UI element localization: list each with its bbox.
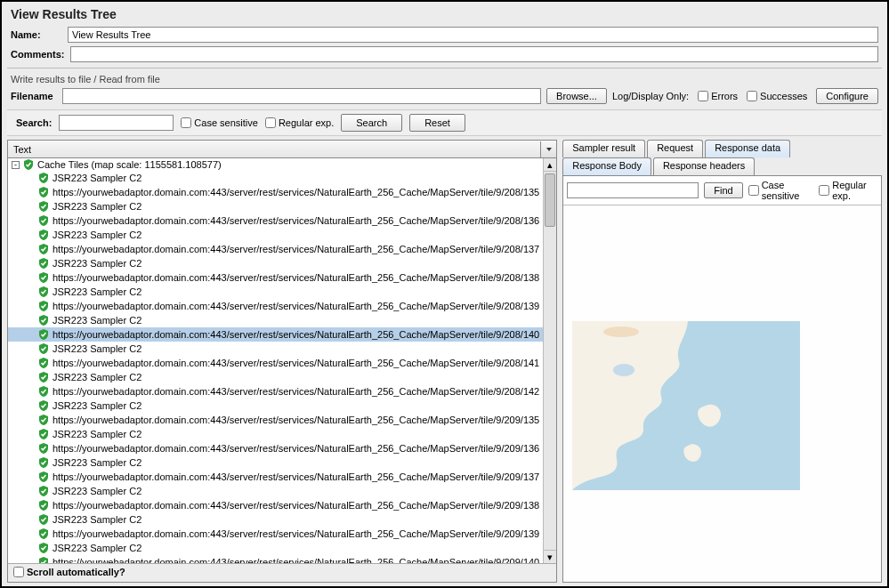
panel-title: View Results Tree: [2, 2, 887, 25]
tab-response-headers[interactable]: Response headers: [653, 157, 755, 175]
response-pane: Sampler result Request Response data Res…: [562, 140, 882, 583]
tree-node[interactable]: JSR223 Sampler C2: [8, 285, 543, 299]
results-tree-pane: Text - Cache Tiles (map scale: 1155581.1…: [7, 140, 557, 583]
tree-node[interactable]: JSR223 Sampler C2: [8, 342, 543, 356]
shield-check-icon: [38, 187, 49, 197]
shield-check-icon: [38, 415, 49, 425]
shield-check-icon: [38, 486, 49, 496]
tree-node-label: JSR223 Sampler C2: [53, 286, 141, 297]
tree-root[interactable]: - Cache Tiles (map scale: 1155581.108577…: [8, 158, 543, 171]
tree-node[interactable]: https://yourwebadaptor.domain.com:443/se…: [8, 270, 543, 285]
shield-check-icon: [38, 543, 49, 553]
shield-check-icon: [38, 272, 49, 283]
collapse-icon[interactable]: -: [12, 161, 20, 169]
errors-checkbox[interactable]: Errors: [698, 91, 738, 101]
scroll-down-icon[interactable]: ▾: [544, 550, 556, 563]
name-field[interactable]: [68, 27, 878, 43]
shield-check-icon: [38, 457, 49, 468]
shield-check-icon: [38, 528, 49, 539]
tab-response-data[interactable]: Response data: [705, 140, 790, 157]
tree-node[interactable]: https://yourwebadaptor.domain.com:443/se…: [8, 185, 543, 199]
tree-node[interactable]: JSR223 Sampler C2: [8, 541, 543, 555]
filename-label: Filename: [11, 91, 57, 101]
tree-node[interactable]: https://yourwebadaptor.domain.com:443/se…: [8, 441, 543, 455]
shield-check-icon: [38, 500, 49, 511]
tree-node-label: JSR223 Sampler C2: [53, 457, 141, 468]
tree-node[interactable]: JSR223 Sampler C2: [8, 484, 543, 498]
shield-check-icon: [38, 201, 49, 212]
configure-button[interactable]: Configure: [816, 88, 878, 104]
shield-check-icon: [38, 358, 49, 368]
search-input[interactable]: [59, 115, 174, 131]
renderer-dropdown[interactable]: [540, 141, 556, 157]
shield-check-icon: [38, 557, 49, 563]
scrollbar-thumb[interactable]: [545, 173, 555, 227]
successes-checkbox[interactable]: Successes: [747, 91, 807, 101]
find-input[interactable]: [567, 182, 699, 198]
tree-node[interactable]: https://yourwebadaptor.domain.com:443/se…: [8, 527, 543, 541]
shield-check-icon: [38, 258, 49, 269]
tree-node[interactable]: JSR223 Sampler C2: [8, 455, 543, 470]
tab-response-body[interactable]: Response Body: [562, 157, 651, 175]
tree-node-label: https://yourwebadaptor.domain.com:443/se…: [53, 272, 539, 283]
shield-check-icon: [38, 173, 49, 183]
tree-node[interactable]: https://yourwebadaptor.domain.com:443/se…: [8, 555, 543, 563]
tree-node[interactable]: https://yourwebadaptor.domain.com:443/se…: [8, 327, 543, 342]
tree-node-label: JSR223 Sampler C2: [53, 258, 141, 269]
tree-node-label: https://yourwebadaptor.domain.com:443/se…: [53, 215, 539, 226]
tree-node-label: https://yourwebadaptor.domain.com:443/se…: [53, 301, 539, 311]
tree-node[interactable]: https://yourwebadaptor.domain.com:443/se…: [8, 356, 543, 370]
filename-field[interactable]: [62, 88, 541, 104]
tree-node-label: JSR223 Sampler C2: [53, 201, 141, 212]
tree-node[interactable]: JSR223 Sampler C2: [8, 199, 543, 213]
search-button[interactable]: Search: [341, 114, 402, 132]
comments-field[interactable]: [70, 46, 878, 62]
tree-node[interactable]: https://yourwebadaptor.domain.com:443/se…: [8, 470, 543, 484]
scroll-auto-checkbox[interactable]: Scroll automatically?: [13, 567, 125, 577]
svg-point-2: [613, 364, 634, 376]
find-button[interactable]: Find: [704, 182, 742, 198]
tree-node-label: https://yourwebadaptor.domain.com:443/se…: [53, 500, 539, 511]
tab-sampler-result[interactable]: Sampler result: [562, 140, 645, 157]
tree-node-label: JSR223 Sampler C2: [53, 486, 141, 496]
tree-node-label: https://yourwebadaptor.domain.com:443/se…: [53, 471, 539, 482]
tree-node-label: https://yourwebadaptor.domain.com:443/se…: [53, 443, 539, 454]
response-tabs: Sampler result Request Response data: [562, 140, 882, 157]
tree-node-label: https://yourwebadaptor.domain.com:443/se…: [53, 415, 539, 425]
tree-node-label: JSR223 Sampler C2: [53, 315, 141, 326]
tree-node[interactable]: JSR223 Sampler C2: [8, 370, 543, 384]
reset-button[interactable]: Reset: [409, 114, 465, 132]
tree-node-label: JSR223 Sampler C2: [53, 230, 141, 240]
tab-request[interactable]: Request: [647, 140, 703, 157]
tree-node[interactable]: https://yourwebadaptor.domain.com:443/se…: [8, 498, 543, 512]
tree-node[interactable]: JSR223 Sampler C2: [8, 427, 543, 441]
browse-button[interactable]: Browse...: [546, 88, 607, 104]
tree-node-label: https://yourwebadaptor.domain.com:443/se…: [53, 358, 539, 368]
tree-node[interactable]: JSR223 Sampler C2: [8, 313, 543, 327]
tree-node[interactable]: https://yourwebadaptor.domain.com:443/se…: [8, 384, 543, 399]
tree-node[interactable]: JSR223 Sampler C2: [8, 399, 543, 413]
shield-check-icon: [23, 159, 34, 170]
response-body-panel: Find Case sensitive Regular exp.: [562, 175, 882, 583]
search-case-checkbox[interactable]: Case sensitive: [181, 117, 258, 128]
tree-node-label: https://yourwebadaptor.domain.com:443/se…: [53, 386, 539, 397]
tree-node[interactable]: JSR223 Sampler C2: [8, 171, 543, 185]
results-tree[interactable]: - Cache Tiles (map scale: 1155581.108577…: [8, 158, 543, 563]
shield-check-icon: [38, 329, 49, 340]
scroll-up-icon[interactable]: ▴: [544, 158, 556, 172]
tree-node[interactable]: https://yourwebadaptor.domain.com:443/se…: [8, 413, 543, 427]
tree-node-label: JSR223 Sampler C2: [53, 343, 141, 354]
search-regex-checkbox[interactable]: Regular exp.: [265, 117, 334, 128]
search-label: Search:: [16, 117, 52, 128]
search-bar: Search: Case sensitive Regular exp. Sear…: [7, 109, 882, 136]
tree-node[interactable]: https://yourwebadaptor.domain.com:443/se…: [8, 213, 543, 228]
tree-node[interactable]: https://yourwebadaptor.domain.com:443/se…: [8, 242, 543, 256]
tree-node-label: JSR223 Sampler C2: [53, 372, 141, 383]
tree-node[interactable]: https://yourwebadaptor.domain.com:443/se…: [8, 299, 543, 313]
find-case-checkbox[interactable]: Case sensitive: [748, 180, 814, 201]
tree-scrollbar[interactable]: ▴ ▾: [543, 158, 556, 563]
find-regex-checkbox[interactable]: Regular exp.: [819, 180, 877, 201]
tree-node[interactable]: JSR223 Sampler C2: [8, 256, 543, 270]
tree-node[interactable]: JSR223 Sampler C2: [8, 228, 543, 242]
tree-node[interactable]: JSR223 Sampler C2: [8, 512, 543, 527]
